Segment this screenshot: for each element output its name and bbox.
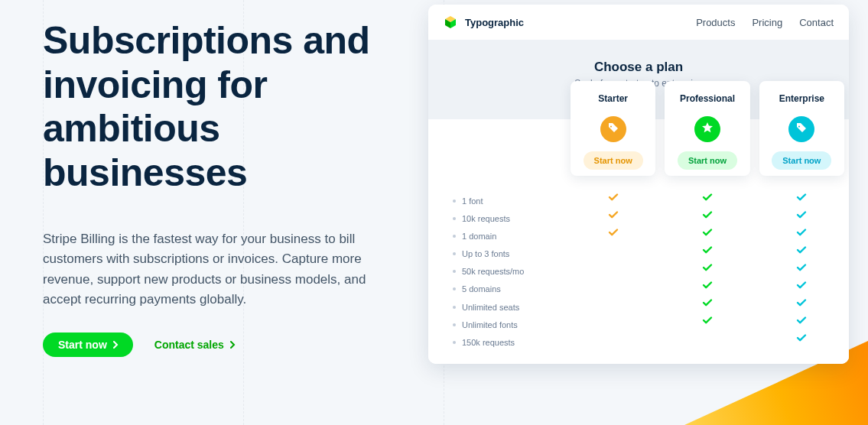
contact-sales-label: Contact sales — [154, 339, 224, 351]
hero-body: Stripe Billing is the fastest way for yo… — [43, 229, 372, 310]
check-icon — [702, 227, 713, 241]
brand-cube-icon — [444, 15, 457, 29]
brand: Typographic — [444, 15, 524, 29]
nav-contact[interactable]: Contact — [799, 17, 834, 28]
check-cell — [566, 242, 660, 260]
chevron-right-icon — [230, 339, 236, 351]
check-cell — [755, 207, 849, 225]
check-cell — [566, 313, 660, 330]
plan-name-starter: Starter — [571, 81, 655, 110]
check-icon — [702, 262, 713, 276]
brand-name: Typographic — [465, 17, 524, 28]
plan-table: Starter Start now Professional — [428, 119, 849, 364]
check-icon — [796, 280, 807, 294]
check-icon — [702, 209, 713, 223]
feature-item: 1 domain — [453, 228, 552, 245]
feature-item: Unlimited fonts — [453, 316, 552, 334]
app-header: Typographic Products Pricing Contact — [428, 5, 849, 40]
check-icon — [702, 315, 713, 329]
check-cell — [566, 260, 660, 277]
plan-name-professional: Professional — [665, 81, 749, 110]
feature-item: Unlimited seats — [453, 299, 552, 316]
check-icon — [796, 315, 807, 329]
check-col-professional — [660, 176, 754, 364]
check-icon — [796, 262, 807, 276]
plan-badge-professional — [694, 116, 720, 142]
check-cell — [660, 313, 754, 330]
chevron-right-icon — [113, 339, 119, 351]
check-cell — [566, 295, 660, 313]
check-cell — [566, 190, 660, 207]
app-nav: Products Pricing Contact — [696, 17, 834, 28]
feature-item: Up to 3 fonts — [453, 245, 552, 263]
check-icon — [702, 245, 713, 258]
check-icon — [608, 227, 619, 241]
check-cell — [755, 190, 849, 207]
check-cell — [660, 277, 754, 295]
feature-item: 50k requests/mo — [453, 263, 552, 281]
check-cell — [755, 313, 849, 330]
check-icon — [702, 297, 713, 311]
check-cell — [566, 225, 660, 242]
check-cell — [660, 190, 754, 207]
check-cell — [755, 330, 849, 348]
check-cell — [755, 225, 849, 242]
check-cell — [566, 207, 660, 225]
check-icon — [796, 333, 807, 346]
start-now-label: Start now — [58, 339, 107, 351]
start-now-button[interactable]: Start now — [43, 333, 133, 357]
feature-item: 1 font — [453, 193, 552, 210]
check-cell — [660, 295, 754, 313]
plan-badge-enterprise — [788, 116, 814, 142]
plan-title: Choose a plan — [428, 60, 849, 75]
check-cell — [755, 277, 849, 295]
check-cell — [660, 330, 754, 348]
check-cell — [566, 330, 660, 348]
check-icon — [796, 227, 807, 241]
nav-products[interactable]: Products — [696, 17, 735, 28]
feature-item: 10k requests — [453, 210, 552, 228]
nav-pricing[interactable]: Pricing — [752, 17, 782, 28]
check-col-starter — [566, 176, 660, 364]
plan-cta-starter[interactable]: Start now — [584, 151, 643, 170]
plan-badge-starter — [600, 116, 626, 142]
check-icon — [796, 209, 807, 223]
check-cell — [755, 242, 849, 260]
check-icon — [608, 209, 619, 223]
check-icon — [608, 192, 619, 206]
star-icon — [701, 122, 714, 137]
feature-list: 1 font10k requests1 domainUp to 3 fonts5… — [428, 176, 566, 364]
check-icon — [796, 192, 807, 206]
check-icon — [796, 245, 807, 258]
check-cell — [660, 225, 754, 242]
feature-item: 150k requests — [453, 334, 552, 352]
check-cell — [660, 207, 754, 225]
check-cell — [660, 260, 754, 277]
check-cell — [755, 260, 849, 277]
plan-card-enterprise: Enterprise Start now — [759, 81, 844, 176]
check-icon — [702, 192, 713, 206]
tag-icon — [607, 122, 619, 137]
hero-title: Subscriptions and invoicing for ambitiou… — [43, 19, 398, 195]
feature-item: 5 domains — [453, 281, 552, 298]
check-cell — [755, 295, 849, 313]
pricing-app-card: Typographic Products Pricing Contact Cho… — [428, 5, 849, 364]
plan-cta-professional[interactable]: Start now — [678, 151, 737, 170]
check-cell — [660, 242, 754, 260]
contact-sales-button[interactable]: Contact sales — [154, 339, 236, 351]
plan-cta-enterprise[interactable]: Start now — [772, 151, 831, 170]
check-icon — [796, 297, 807, 311]
plan-card-starter: Starter Start now — [571, 81, 655, 176]
tag-icon — [795, 122, 808, 137]
check-col-enterprise — [755, 176, 849, 364]
check-cell — [566, 277, 660, 295]
check-icon — [702, 280, 713, 294]
plan-card-professional: Professional Start now — [665, 81, 749, 176]
plan-name-enterprise: Enterprise — [759, 81, 844, 110]
cta-row: Start now Contact sales — [43, 333, 398, 357]
